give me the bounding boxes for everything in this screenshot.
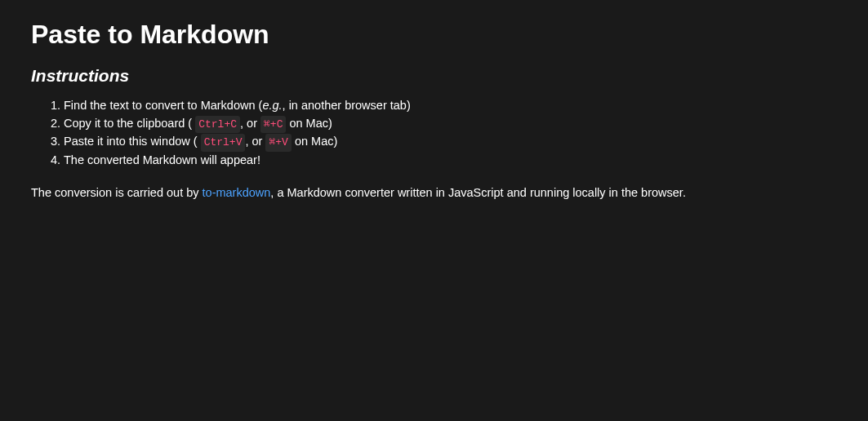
list-item: Find the text to convert to Markdown (e.… bbox=[64, 97, 837, 115]
footer-text-part: , a Markdown converter written in JavaSc… bbox=[270, 186, 686, 199]
list-item: The converted Markdown will appear! bbox=[64, 152, 837, 170]
list-item: Copy it to the clipboard ( Ctrl+C, or ⌘+… bbox=[64, 115, 837, 134]
to-markdown-link[interactable]: to-markdown bbox=[203, 186, 271, 199]
keyboard-shortcut: ⌘+V bbox=[265, 134, 291, 152]
step-text: Paste it into this window ( bbox=[64, 135, 198, 148]
list-item: Paste it into this window ( Ctrl+V, or ⌘… bbox=[64, 133, 837, 152]
step-text: Copy it to the clipboard ( bbox=[64, 117, 192, 130]
step-text: The converted Markdown will appear! bbox=[64, 153, 260, 166]
footer-text: The conversion is carried out by to-mark… bbox=[31, 184, 837, 202]
step-text: on Mac) bbox=[292, 135, 337, 148]
step-text-italic: e.g. bbox=[262, 99, 282, 112]
step-text: , or bbox=[240, 117, 257, 130]
step-text: , or bbox=[245, 135, 262, 148]
keyboard-shortcut: Ctrl+V bbox=[201, 134, 246, 152]
step-text: , in another browser tab) bbox=[283, 99, 411, 112]
instructions-list: Find the text to convert to Markdown (e.… bbox=[31, 97, 837, 170]
keyboard-shortcut: ⌘+C bbox=[260, 116, 286, 134]
instructions-heading: Instructions bbox=[31, 66, 837, 86]
page-title: Paste to Markdown bbox=[31, 20, 837, 50]
keyboard-shortcut: Ctrl+C bbox=[195, 116, 240, 134]
footer-text-part: The conversion is carried out by bbox=[31, 186, 203, 199]
step-text: Find the text to convert to Markdown ( bbox=[64, 99, 262, 112]
step-text: on Mac) bbox=[286, 117, 332, 130]
